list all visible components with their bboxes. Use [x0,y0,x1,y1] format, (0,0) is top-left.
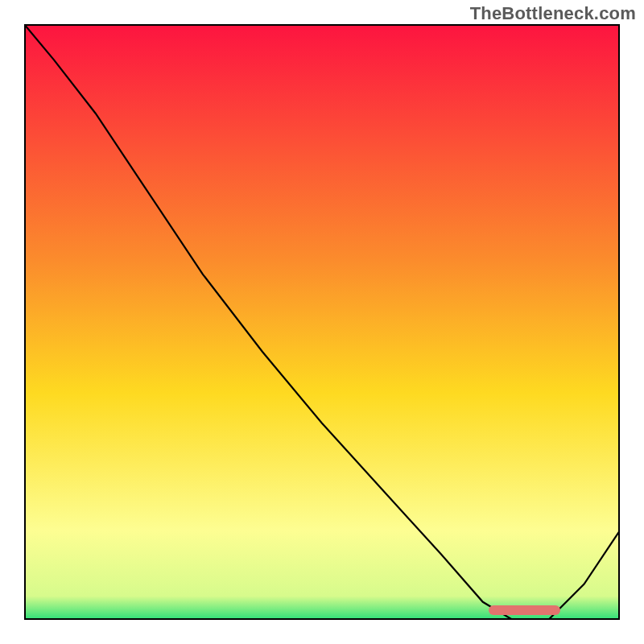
chart-plot-area [24,24,620,620]
optimal-marker [489,605,560,615]
watermark-text: TheBottleneck.com [470,3,636,24]
curve-overlay [24,24,620,620]
bottleneck-curve [24,24,620,620]
